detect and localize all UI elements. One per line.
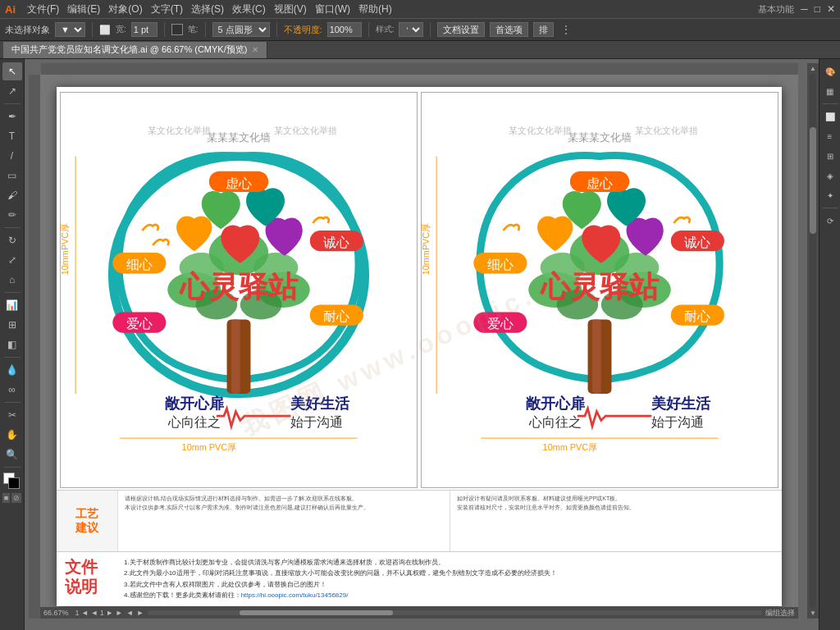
shape-dropdown[interactable]: 5 点圆形 — [212, 22, 270, 37]
width-label: 宽: — [116, 24, 126, 35]
tab-close-btn[interactable]: ✕ — [252, 45, 258, 54]
opacity-label: 不透明度: — [284, 24, 322, 36]
tool-rotate[interactable]: ↻ — [2, 231, 22, 249]
tool-pen[interactable]: ✒ — [2, 107, 22, 126]
menu-file[interactable]: 文件(F) — [27, 2, 59, 16]
svg-text:10mm PVC厚: 10mm PVC厚 — [182, 442, 236, 452]
tool-type[interactable]: T — [2, 127, 22, 145]
tool-gradient[interactable]: ◧ — [2, 336, 22, 354]
tab-main[interactable]: 中国共产党党员应知名调文化墙.ai @ 66.67% (CMYK/预览) ✕ — [3, 42, 267, 58]
svg-text:某文化文化举措: 某文化文化举措 — [509, 126, 572, 135]
tool-brush[interactable]: 🖌 — [2, 186, 22, 204]
svg-text:始于沟通: 始于沟通 — [651, 414, 704, 429]
opacity-input[interactable] — [327, 22, 362, 37]
toolbar-sep-1 — [92, 22, 93, 37]
menu-window[interactable]: 窗口(W) — [315, 2, 350, 16]
menu-bar: Ai 文件(F) 编辑(E) 对象(O) 文字(T) 选择(S) 效果(C) 视… — [0, 0, 840, 18]
svg-text:细心: 细心 — [126, 257, 153, 272]
svg-text:美好生活: 美好生活 — [651, 395, 711, 412]
craft-section: 工艺建议 — [57, 491, 118, 551]
right-tool-5[interactable]: ⊞ — [820, 147, 840, 165]
svg-text:始于沟通: 始于沟通 — [290, 414, 343, 429]
tool-warp[interactable]: ⌂ — [2, 271, 22, 289]
tool-zoom[interactable]: 🔍 — [2, 445, 22, 463]
canvas-statusbar: 66.67% 1 ◄ ◄ 1 ► ► ◄ ► 编组选择 — [40, 607, 798, 619]
menu-text[interactable]: 文字(T) — [151, 2, 183, 16]
tool-eyedropper[interactable]: 💧 — [2, 361, 22, 379]
toolbar-sep-4 — [276, 22, 277, 37]
width-icon: ⬜ — [99, 25, 111, 35]
right-tool-2[interactable]: ▦ — [820, 82, 840, 100]
page-info: 1 ◄ ◄ 1 ► ► — [75, 609, 123, 617]
tool-line[interactable]: / — [2, 147, 22, 165]
ruler-left — [29, 75, 40, 619]
tool-select[interactable]: ↖ — [2, 62, 22, 80]
tool-directselect[interactable]: ↗ — [2, 82, 22, 100]
right-tool-3[interactable]: ⬜ — [820, 107, 840, 126]
none-btn[interactable]: ⊘ — [11, 493, 21, 503]
v-scroll-track[interactable] — [810, 74, 816, 608]
svg-text:10mm PVC厚: 10mm PVC厚 — [543, 442, 597, 452]
canvas-area[interactable]: // Will be filled by JS below — [25, 59, 819, 630]
style-dropdown[interactable]: ▼ — [399, 22, 423, 37]
color-btn[interactable]: ■ — [2, 493, 10, 503]
menu-select[interactable]: 选择(S) — [191, 2, 224, 16]
stroke-width-input[interactable] — [131, 22, 158, 37]
file-desc-item-4: 4.感谢您的下载！更多此类素材请前往：https://hi.ooopic.com… — [124, 590, 774, 601]
tool-scissors[interactable]: ✂ — [2, 406, 22, 424]
first-item-btn[interactable]: 首选项 — [490, 22, 528, 37]
right-tool-1[interactable]: 🎨 — [820, 62, 840, 80]
stroke-swatch — [171, 24, 183, 35]
tool-pencil[interactable]: ✏ — [2, 206, 22, 224]
menu-effect[interactable]: 效果(C) — [232, 2, 266, 16]
file-desc-item-2: 2.此文件为最小10适用于，印刷对消耗注意事项说，直接缩放大小可能会改变比例的问… — [124, 568, 774, 579]
main-layout: ↖ ↗ ✒ T / ▭ 🖌 ✏ ↻ ⤢ ⌂ 📊 ⊞ ◧ 💧 ∞ ✂ ✋ 🔍 ■ … — [0, 59, 840, 630]
scroll-down-btn[interactable]: ▼ — [810, 609, 816, 617]
canvas-inner[interactable]: 心灵驿站 虚心 细心 — [40, 75, 798, 619]
scroll-right-btn[interactable]: ► — [137, 609, 144, 617]
arrange-btn[interactable]: 排 — [533, 22, 554, 37]
tool-rect[interactable]: ▭ — [2, 167, 22, 185]
window-controls: 基本功能 ─ □ ✕ — [758, 3, 835, 16]
selection-dropdown[interactable]: ▼ — [55, 22, 85, 37]
file-desc-item-3: 3.若此文件中含有人权祥限图片，此处仅供参考，请替换自己的图片！ — [124, 579, 774, 591]
tool-mesh[interactable]: ⊞ — [2, 316, 22, 334]
scroll-left-btn[interactable]: ◄ — [126, 609, 134, 617]
h-scroll-thumb — [240, 610, 393, 615]
right-tool-4[interactable]: ≡ — [820, 127, 840, 145]
right-tool-8[interactable]: ⟳ — [820, 212, 840, 230]
menu-edit[interactable]: 编辑(E) — [67, 2, 100, 16]
fill-stroke-swatches[interactable] — [3, 472, 21, 491]
svg-text:诚心: 诚心 — [323, 235, 349, 249]
svg-text:某某某文化墙: 某某某文化墙 — [568, 132, 632, 144]
menu-help[interactable]: 帮助(H) — [358, 2, 392, 16]
tool-sep-4 — [4, 357, 21, 358]
svg-rect-0 — [41, 63, 798, 75]
close-btn[interactable]: ✕ — [827, 3, 835, 16]
scroll-up-btn[interactable]: ▲ — [810, 65, 816, 72]
svg-text:敞开心扉: 敞开心扉 — [526, 395, 586, 412]
tool-blend[interactable]: ∞ — [2, 381, 22, 399]
tool-scale[interactable]: ⤢ — [2, 251, 22, 269]
menu-view[interactable]: 视图(V) — [274, 2, 307, 16]
v-scrollbar[interactable]: ▲ ▼ — [807, 63, 819, 619]
menu-object[interactable]: 对象(O) — [108, 2, 142, 16]
maximize-btn[interactable]: □ — [815, 3, 820, 16]
right-sep-1 — [822, 103, 838, 104]
doc-settings-btn[interactable]: 文档设置 — [437, 22, 485, 37]
svg-text:某文化文化举措: 某文化文化举措 — [274, 126, 337, 135]
svg-rect-35 — [592, 319, 601, 393]
h-scroll-track[interactable] — [148, 610, 762, 615]
canvas-with-ruler: // Will be filled by JS below — [29, 63, 798, 619]
right-tool-6[interactable]: ◈ — [820, 167, 840, 185]
tool-hand[interactable]: ✋ — [2, 426, 22, 444]
file-desc-item-1: 1.关于材质制作商比较计划更加专业，会提供清洗与客户沟通模板需求沟通来选择材质，… — [124, 557, 774, 568]
svg-rect-1 — [29, 75, 40, 619]
toolbar: 未选择对象 ▼ ⬜ 宽: 笔: 5 点圆形 不透明度: 样式: ▼ 文档设置 首… — [0, 18, 840, 41]
minimize-btn[interactable]: ─ — [801, 3, 808, 16]
svg-text:耐心: 耐心 — [684, 308, 710, 323]
right-tool-7[interactable]: ✦ — [820, 186, 840, 204]
svg-text:爱心: 爱心 — [126, 316, 153, 331]
style-label: 样式: — [376, 24, 395, 35]
tool-graph[interactable]: 📊 — [2, 296, 22, 314]
